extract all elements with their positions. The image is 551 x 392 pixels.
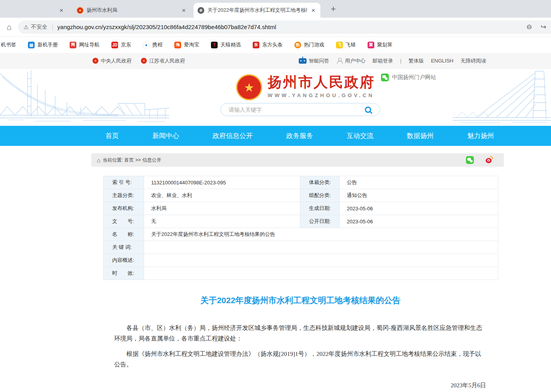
- bridge-artwork-left: [0, 69, 169, 126]
- bookmark-label: 东方头条: [262, 41, 283, 48]
- link-accessibility[interactable]: 无障碍阅读: [460, 57, 486, 64]
- bridge-artwork-right: [453, 69, 551, 126]
- table-row: 主题分类: 农业、林业、水利 组配分类: 通知公告: [104, 189, 498, 202]
- taobao-icon: 淘: [174, 42, 181, 48]
- bookmark-item[interactable]: 热 热门游戏: [294, 41, 324, 48]
- bookmark-item[interactable]: 飞 飞猪: [336, 41, 356, 48]
- meta-value: 2023-05-06: [340, 215, 498, 228]
- close-icon[interactable]: ×: [58, 7, 65, 14]
- nav-item-charm[interactable]: 魅力扬州: [467, 131, 494, 140]
- bookmark-item[interactable]: T 天猫精选: [211, 41, 241, 48]
- warning-icon[interactable]: ⚠: [24, 24, 29, 30]
- meta-label: 组配分类:: [300, 189, 340, 202]
- tab-title: 扬州市水利局: [87, 7, 178, 14]
- link-central-gov[interactable]: ★ 中央人民政府: [92, 57, 131, 64]
- gov-link-label: ENGLISH: [431, 58, 453, 64]
- gov-emblem-icon: ★: [92, 58, 98, 64]
- gov-link-label: 繁体版: [409, 57, 424, 64]
- share-icon[interactable]: ↪: [541, 23, 546, 31]
- bookmark-item[interactable]: ▤ 新机手册: [28, 41, 58, 48]
- divider: [52, 24, 53, 31]
- home-icon[interactable]: ⌂: [0, 22, 18, 32]
- bookmark-item[interactable]: ● 携程: [143, 41, 163, 48]
- breadcrumb-home-link[interactable]: 首页: [124, 157, 134, 164]
- wechat-share-icon[interactable]: [466, 156, 474, 164]
- tab-active-announcement[interactable]: e 关于2022年度扬州市水利工程文明工地考核结果的公告 ×: [194, 3, 320, 18]
- portal-text: 中国扬州门户网站: [392, 74, 436, 81]
- url-field[interactable]: ⚠ 不安全 yangzhou.gov.cn/yzszxxgk/slj/20230…: [18, 20, 551, 34]
- bookmark-item[interactable]: 机书签: [1, 41, 16, 48]
- tab-shuiliju[interactable]: ★ 扬州市水利局 ×: [73, 3, 191, 18]
- meta-value: 公告: [340, 176, 498, 189]
- announcement-article: 关于2022年度扬州市水利工程文明工地考核结果的公告 各县（市、区）水利（务）局…: [103, 295, 498, 392]
- tmall-icon: T: [211, 42, 218, 48]
- site-logo[interactable]: ★ 扬州市人民政府 WWW.YANGZHOU.GOV.CN: [236, 74, 375, 100]
- nav-item-info-disclosure[interactable]: 政府信息公开: [213, 131, 253, 140]
- new-tab-button[interactable]: +: [327, 4, 339, 14]
- ctrip-dolphin-icon: ●: [143, 42, 150, 48]
- user-icon: [337, 58, 343, 64]
- toutiao-icon: 东: [253, 42, 259, 48]
- gov-link-label: 邮箱登录: [373, 57, 393, 64]
- divider: |: [400, 58, 401, 64]
- meta-label: 索 引 号:: [104, 176, 144, 189]
- bookmark-item[interactable]: 网 网址导航: [70, 41, 100, 48]
- gov-links-bar: ★ 中央人民政府 ★ 江苏省人民政府 智能问答 用户中心 邮箱登录 | 繁体版 …: [0, 53, 551, 69]
- meta-value: 农业、林业、水利: [144, 189, 300, 202]
- nav-item-news[interactable]: 新闻中心: [152, 131, 179, 140]
- link-english[interactable]: ENGLISH: [431, 58, 453, 64]
- breadcrumb-section-link[interactable]: 信息公开: [142, 157, 161, 164]
- weibo-share-icon[interactable]: [486, 156, 494, 164]
- bookmark-label: 京东: [121, 41, 131, 48]
- bookmark-item[interactable]: JD 京东: [111, 41, 131, 48]
- site-title: 扬州市人民政府: [268, 74, 375, 90]
- meta-value: [144, 254, 498, 267]
- gov-link-label: 江苏省人民政府: [149, 57, 185, 64]
- meta-value: [144, 267, 498, 280]
- link-traditional-chinese[interactable]: 繁体版: [409, 57, 424, 64]
- book-icon: ▤: [28, 42, 35, 48]
- breadcrumb: ⌂ 当前位置: 首页 >> 信息公开: [91, 153, 504, 167]
- link-mail-login[interactable]: 邮箱登录: [373, 57, 393, 64]
- home-icon[interactable]: ⌂: [97, 157, 100, 164]
- meta-label: 名 称:: [104, 228, 144, 241]
- search-icon[interactable]: [365, 107, 371, 113]
- juhuasuan-icon: 聚: [368, 42, 374, 48]
- search-input[interactable]: [229, 107, 365, 113]
- bookmark-item[interactable]: 淘 爱淘宝: [174, 41, 199, 48]
- close-icon[interactable]: ×: [310, 7, 316, 14]
- nav-item-interaction[interactable]: 互动交流: [347, 131, 373, 140]
- zoom-out-icon[interactable]: ⊖: [527, 23, 532, 31]
- table-row: 时 效:: [104, 267, 498, 280]
- meta-label: 时 效:: [104, 267, 144, 280]
- nav-item-home[interactable]: 首页: [105, 131, 119, 140]
- url-text[interactable]: yangzhou.gov.cn/yzszxxgk/slj/202305/210c…: [57, 24, 276, 30]
- meta-label: 主题分类:: [104, 189, 144, 202]
- meta-label: 发布机构:: [104, 202, 144, 215]
- article-date: 2023年5月6日: [103, 382, 498, 389]
- page-content: ⌂ 当前位置: 首页 >> 信息公开 索 引 号: 11321000014407…: [0, 153, 551, 392]
- meta-value: 水利局: [144, 202, 300, 215]
- nav-item-data[interactable]: 数据扬州: [407, 131, 434, 140]
- gov-emblem-favicon: ★: [77, 7, 83, 14]
- nav-item-services[interactable]: 政务服务: [286, 131, 313, 140]
- breadcrumb-prefix: 当前位置:: [103, 157, 123, 164]
- link-smart-qa[interactable]: 智能问答: [299, 57, 329, 64]
- nav-site-icon: 网: [70, 42, 76, 48]
- meta-value: 通知公告: [340, 189, 498, 202]
- article-paragraph: 根据《扬州市水利工程文明工地建设管理办法》（扬水规[2019]1号），2022年…: [103, 348, 498, 370]
- tab-title: 关于2022年度扬州市水利工程文明工地考核结果的公告: [207, 7, 307, 14]
- article-title: 关于2022年度扬州市水利工程文明工地考核结果的公告: [103, 295, 498, 306]
- meta-label: 文 号:: [104, 215, 144, 228]
- link-user-center[interactable]: 用户中心: [337, 57, 366, 64]
- bookmark-item[interactable]: 聚 聚划算: [368, 41, 392, 48]
- close-icon[interactable]: ×: [181, 7, 187, 14]
- meta-value: [144, 241, 498, 254]
- meta-label: 公开日期:: [300, 215, 340, 228]
- link-jiangsu-gov[interactable]: ★ 江苏省人民政府: [141, 57, 185, 64]
- tab-partial[interactable]: ×: [54, 3, 70, 18]
- game-icon: 热: [294, 42, 301, 48]
- meta-value: 关于2022年度扬州市水利工程文明工地考核结果的公告: [144, 228, 498, 241]
- meta-label: 内容概述:: [104, 254, 144, 267]
- bookmark-item[interactable]: 东 东方头条: [253, 41, 283, 48]
